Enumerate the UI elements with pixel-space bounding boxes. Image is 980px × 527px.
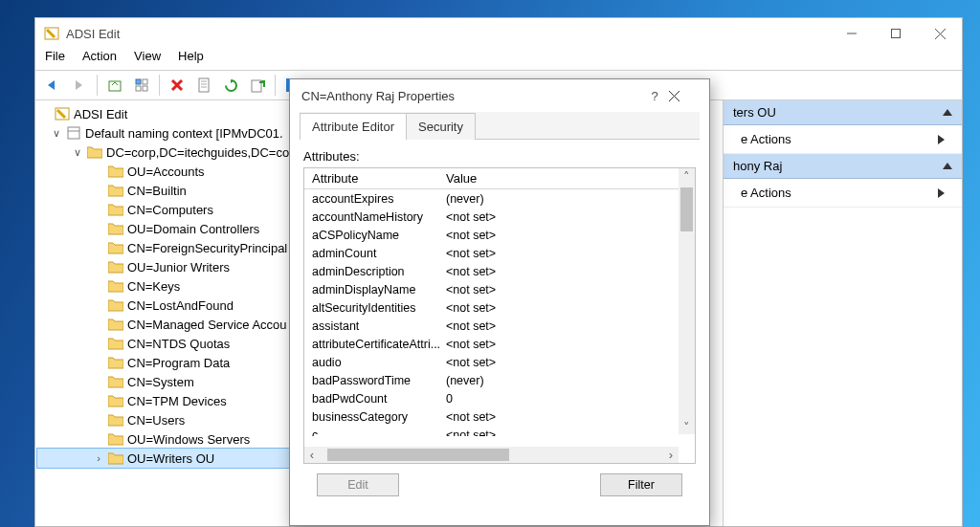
col-value[interactable]: Value: [446, 171, 687, 186]
expand-icon[interactable]: [938, 188, 945, 198]
tree-item[interactable]: CN=ForeignSecurityPrincipal: [37, 238, 301, 257]
refresh-icon[interactable]: [219, 74, 242, 97]
folder-icon: [108, 450, 123, 466]
tree-context[interactable]: ∨ Default naming context [IPMvDC01.: [37, 123, 301, 143]
col-attribute[interactable]: Attribute: [312, 171, 446, 186]
menu-file[interactable]: File: [45, 49, 65, 70]
dialog-close-icon[interactable]: [669, 91, 698, 101]
expand-icon[interactable]: [938, 135, 945, 144]
attr-name: adminCount: [312, 247, 446, 260]
tree-item-label: CN=System: [127, 375, 194, 389]
tree-item[interactable]: OU=Domain Controllers: [37, 219, 301, 238]
dialog-help-icon[interactable]: ?: [640, 89, 669, 103]
attribute-row[interactable]: audio<not set>: [304, 353, 695, 371]
tree-item-label: CN=Computers: [127, 203, 213, 217]
tree-item[interactable]: OU=Accounts: [37, 162, 301, 181]
tree-root[interactable]: ADSI Edit: [37, 104, 301, 123]
attr-value: <not set>: [446, 319, 687, 333]
attribute-row[interactable]: assistant<not set>: [304, 317, 695, 335]
tree-item[interactable]: ›OU=Writers OU: [37, 449, 301, 468]
tree-item[interactable]: OU=Windows Servers: [37, 429, 301, 449]
scroll-right-icon[interactable]: ›: [663, 447, 679, 463]
maximize-button[interactable]: [874, 18, 918, 49]
tree-item-label: CN=TPM Devices: [127, 394, 227, 408]
scroll-thumb[interactable]: [680, 187, 693, 231]
attribute-row[interactable]: attributeCertificateAttri...<not set>: [304, 335, 695, 353]
attribute-row[interactable]: badPwdCount0: [304, 389, 695, 407]
tree-item[interactable]: CN=Builtin: [37, 181, 301, 200]
up-icon[interactable]: [103, 74, 126, 97]
tree-item[interactable]: CN=Program Data: [37, 353, 301, 372]
actions-header-cn-label: hony Raj: [733, 159, 782, 173]
tree-item[interactable]: OU=Junior Writers: [37, 257, 301, 276]
edit-button[interactable]: Edit: [317, 473, 399, 496]
attributes-header[interactable]: Attribute Value: [304, 168, 695, 189]
tree-item-label: OU=Writers OU: [127, 451, 214, 466]
attr-value: <not set>: [446, 428, 687, 437]
delete-icon[interactable]: [166, 74, 189, 97]
vertical-scrollbar[interactable]: ˄ ˅: [679, 168, 695, 434]
attribute-row[interactable]: accountNameHistory<not set>: [304, 208, 695, 226]
tree-item[interactable]: CN=TPM Devices: [37, 391, 301, 410]
attr-name: badPwdCount: [312, 392, 446, 406]
tab-attribute-editor[interactable]: Attribute Editor: [300, 113, 407, 140]
actions-item-1[interactable]: e Actions: [724, 125, 962, 154]
titlebar: ADSI Edit: [35, 18, 962, 49]
scroll-down-icon[interactable]: ˅: [679, 419, 695, 434]
menu-action[interactable]: Action: [82, 49, 117, 70]
tree-item-label: CN=Users: [127, 413, 185, 428]
collapse-icon[interactable]: [943, 109, 952, 116]
attribute-row[interactable]: adminCount<not set>: [304, 244, 695, 262]
folder-icon: [108, 221, 123, 236]
attribute-row[interactable]: adminDescription<not set>: [304, 262, 695, 280]
scroll-up-icon[interactable]: ˄: [679, 168, 695, 184]
actions-header-cn[interactable]: hony Raj: [724, 154, 962, 179]
scroll-thumb[interactable]: [327, 449, 509, 461]
back-icon[interactable]: [41, 74, 64, 97]
attribute-row[interactable]: aCSPolicyName<not set>: [304, 226, 695, 244]
tree-item[interactable]: CN=Users: [37, 410, 301, 429]
tree-pane[interactable]: ADSI Edit ∨ Default naming context [IPMv…: [35, 100, 303, 526]
attribute-row[interactable]: badPasswordTime(never): [304, 371, 695, 389]
collapse-icon[interactable]: [943, 163, 952, 169]
tree-item[interactable]: CN=Computers: [37, 200, 301, 219]
scroll-left-icon[interactable]: ‹: [304, 447, 320, 463]
tree-root-label: ADSI Edit: [74, 107, 127, 121]
tree-dc[interactable]: ∨ DC=corp,DC=itechguides,DC=co: [37, 143, 301, 162]
svg-rect-9: [143, 86, 147, 91]
attribute-row[interactable]: altSecurityIdentities<not set>: [304, 298, 695, 317]
close-button[interactable]: [918, 18, 962, 49]
filter-button[interactable]: Filter: [600, 473, 682, 496]
attributes-list[interactable]: Attribute Value accountExpires(never)acc…: [303, 167, 696, 464]
actions-item-2[interactable]: e Actions: [724, 179, 962, 208]
horizontal-scrollbar[interactable]: ‹ ›: [304, 447, 679, 463]
tree-item[interactable]: CN=System: [37, 372, 301, 391]
collapse-icon[interactable]: ∨: [51, 127, 62, 140]
tree-item[interactable]: CN=LostAndFound: [37, 296, 301, 315]
tree-item[interactable]: CN=Keys: [37, 276, 301, 296]
expand-icon[interactable]: ›: [93, 452, 104, 464]
folder-icon: [108, 297, 123, 313]
actions-header-ou-label: ters OU: [733, 105, 776, 120]
tree-item[interactable]: CN=Managed Service Accou: [37, 315, 301, 334]
export-icon[interactable]: [246, 74, 269, 97]
folder-icon: [108, 336, 123, 351]
attribute-row[interactable]: businessCategory<not set>: [304, 407, 695, 426]
properties-icon[interactable]: [130, 74, 153, 97]
page-icon[interactable]: [192, 74, 215, 97]
menu-help[interactable]: Help: [178, 49, 204, 70]
attribute-row[interactable]: adminDisplayName<not set>: [304, 280, 695, 298]
actions-header-ou[interactable]: ters OU: [724, 100, 962, 125]
minimize-button[interactable]: [830, 18, 874, 49]
attr-name: aCSPolicyName: [312, 229, 446, 242]
tree-item[interactable]: CN=NTDS Quotas: [37, 334, 301, 353]
forward-icon[interactable]: [68, 74, 91, 97]
attribute-row[interactable]: accountExpires(never): [304, 189, 695, 208]
folder-icon: [108, 164, 123, 179]
tab-security[interactable]: Security: [406, 113, 476, 140]
attr-value: <not set>: [446, 356, 687, 369]
menu-view[interactable]: View: [134, 49, 161, 70]
folder-icon: [108, 374, 123, 389]
attribute-row[interactable]: c<not set>: [304, 426, 695, 436]
collapse-icon[interactable]: ∨: [72, 146, 83, 159]
